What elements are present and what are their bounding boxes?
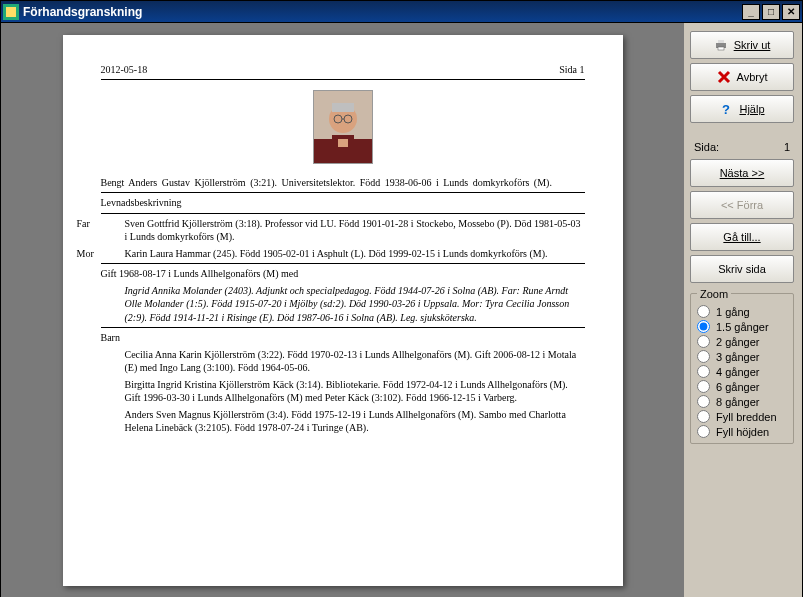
- svg-rect-1: [6, 7, 16, 17]
- window-body: 2012-05-18 Sida 1: [1, 23, 802, 597]
- maximize-button[interactable]: □: [762, 4, 780, 20]
- portrait-container: [101, 90, 585, 164]
- cancel-button[interactable]: Avbryt: [690, 63, 794, 91]
- children-label: Barn: [101, 331, 585, 345]
- child-row: Birgitta Ingrid Kristina Kjöllerström Kä…: [101, 378, 585, 405]
- divider: [101, 192, 585, 193]
- zoom-option-label: 2 gånger: [716, 336, 759, 348]
- app-icon: [3, 4, 19, 20]
- zoom-option[interactable]: Fyll bredden: [697, 409, 787, 424]
- spouse-text: Ingrid Annika Molander (2403). Adjunkt o…: [101, 284, 585, 325]
- print-button[interactable]: Skriv ut: [690, 31, 794, 59]
- child-row: Anders Sven Magnus Kjöllerström (3:4). F…: [101, 408, 585, 435]
- married-line: Gift 1968-08-17 i Lunds Allhelgonaförs (…: [101, 267, 585, 281]
- divider: [101, 263, 585, 264]
- zoom-radio[interactable]: [697, 335, 710, 348]
- zoom-option-label: 1.5 gånger: [716, 321, 769, 333]
- child2-text: Birgitta Ingrid Kristina Kjöllerström Kä…: [125, 379, 568, 404]
- zoom-radio[interactable]: [697, 350, 710, 363]
- zoom-radio[interactable]: [697, 305, 710, 318]
- page-indicator: Sida: 1: [690, 137, 794, 155]
- zoom-option-label: 6 gånger: [716, 381, 759, 393]
- page-label: Sida:: [694, 141, 719, 153]
- next-label: Nästa >>: [720, 167, 765, 179]
- sidebar: Skriv ut Avbryt ? Hjälp Sida: 1 Nästa >>…: [684, 23, 802, 597]
- title-bar: Förhandsgranskning _ □ ✕: [1, 1, 802, 23]
- zoom-option-label: Fyll bredden: [716, 411, 777, 423]
- divider: [101, 327, 585, 328]
- child-row: Cecilia Anna Karin Kjöllerström (3:22). …: [101, 348, 585, 375]
- mother-row: MorKarin Laura Hammar (245). Född 1905-0…: [101, 247, 585, 261]
- father-row: FarSven Gottfrid Kjöllerström (3:18). Pr…: [101, 217, 585, 244]
- zoom-radio[interactable]: [697, 395, 710, 408]
- zoom-radio[interactable]: [697, 380, 710, 393]
- page-number-label: Sida 1: [559, 63, 584, 77]
- zoom-radio[interactable]: [697, 410, 710, 423]
- zoom-radio[interactable]: [697, 365, 710, 378]
- close-button[interactable]: ✕: [782, 4, 800, 20]
- svg-rect-12: [718, 40, 724, 43]
- page-date: 2012-05-18: [101, 63, 148, 77]
- zoom-options: 1 gång1.5 gånger2 gånger3 gånger4 gånger…: [697, 304, 787, 439]
- preview-window: Förhandsgranskning _ □ ✕ 2012-05-18 Sida…: [0, 0, 803, 597]
- page-value: 1: [784, 141, 790, 153]
- zoom-option[interactable]: 6 gånger: [697, 379, 787, 394]
- cancel-icon: [717, 70, 731, 84]
- biography-label: Levnadsbeskrivning: [101, 196, 585, 210]
- zoom-option-label: 1 gång: [716, 306, 750, 318]
- zoom-group: Zoom 1 gång1.5 gånger2 gånger3 gånger4 g…: [690, 293, 794, 444]
- person-headline: Bengt Anders Gustav Kjöllerström (3:21).…: [101, 176, 585, 190]
- zoom-option[interactable]: Fyll höjden: [697, 424, 787, 439]
- father-text: Sven Gottfrid Kjöllerström (3:18). Profe…: [125, 218, 581, 243]
- zoom-option[interactable]: 1 gång: [697, 304, 787, 319]
- zoom-option[interactable]: 3 gånger: [697, 349, 787, 364]
- zoom-radio[interactable]: [697, 320, 710, 333]
- minimize-button[interactable]: _: [742, 4, 760, 20]
- cancel-label: Avbryt: [737, 71, 768, 83]
- preview-page: 2012-05-18 Sida 1: [63, 35, 623, 586]
- mother-label: Mor: [101, 247, 125, 261]
- goto-label: Gå till...: [723, 231, 760, 243]
- zoom-option-label: 8 gånger: [716, 396, 759, 408]
- goto-button[interactable]: Gå till...: [690, 223, 794, 251]
- window-title: Förhandsgranskning: [23, 5, 742, 19]
- father-label: Far: [101, 217, 125, 231]
- portrait-photo: [313, 90, 373, 164]
- help-button[interactable]: ? Hjälp: [690, 95, 794, 123]
- zoom-option[interactable]: 2 gånger: [697, 334, 787, 349]
- prev-label: << Förra: [721, 199, 763, 211]
- help-label: Hjälp: [739, 103, 764, 115]
- next-button[interactable]: Nästa >>: [690, 159, 794, 187]
- child1-text: Cecilia Anna Karin Kjöllerström (3:22). …: [125, 349, 577, 374]
- print-page-button[interactable]: Skriv sida: [690, 255, 794, 283]
- mother-text: Karin Laura Hammar (245). Född 1905-02-0…: [125, 248, 548, 259]
- prev-button[interactable]: << Förra: [690, 191, 794, 219]
- help-icon: ?: [719, 102, 733, 116]
- print-page-label: Skriv sida: [718, 263, 766, 275]
- zoom-option-label: 3 gånger: [716, 351, 759, 363]
- svg-rect-13: [718, 47, 724, 50]
- preview-area[interactable]: 2012-05-18 Sida 1: [1, 23, 684, 597]
- zoom-option[interactable]: 4 gånger: [697, 364, 787, 379]
- svg-text:?: ?: [722, 102, 730, 116]
- page-header: 2012-05-18 Sida 1: [101, 63, 585, 80]
- zoom-option[interactable]: 8 gånger: [697, 394, 787, 409]
- zoom-option-label: Fyll höjden: [716, 426, 769, 438]
- printer-icon: [714, 38, 728, 52]
- print-label: Skriv ut: [734, 39, 771, 51]
- svg-rect-5: [332, 103, 354, 112]
- zoom-option[interactable]: 1.5 gånger: [697, 319, 787, 334]
- window-controls: _ □ ✕: [742, 4, 800, 20]
- zoom-radio[interactable]: [697, 425, 710, 438]
- zoom-option-label: 4 gånger: [716, 366, 759, 378]
- svg-rect-10: [338, 139, 348, 147]
- zoom-legend: Zoom: [697, 288, 731, 300]
- divider: [101, 213, 585, 214]
- child3-text: Anders Sven Magnus Kjöllerström (3:4). F…: [125, 409, 566, 434]
